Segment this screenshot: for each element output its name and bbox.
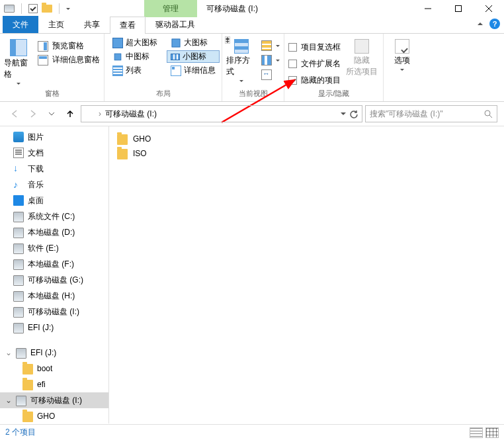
tree-gho[interactable]: GHO — [0, 408, 108, 423]
sort-by-label: 排序方式 — [226, 55, 256, 77]
tree-drive-i[interactable]: 可移动磁盘 (I:) — [0, 304, 108, 320]
columns-icon — [261, 55, 272, 66]
group-current-view-label: 当前视图 — [226, 89, 280, 100]
quick-access-toolbar — [4, 3, 70, 14]
tab-drive-tools[interactable]: 驱动器工具 — [146, 16, 205, 33]
checkbox-checked-icon — [288, 76, 297, 85]
desktop-icon — [13, 195, 24, 206]
layout-m-icons[interactable]: 中图标 — [108, 50, 161, 63]
item-count: 2 个项目 — [5, 427, 36, 438]
tree-removable-i-root[interactable]: ⌄可移动磁盘 (I:) — [0, 392, 108, 408]
view-details-button[interactable] — [470, 427, 483, 438]
layout-list[interactable]: 列表 — [108, 64, 161, 77]
group-show-hide-label: 显示/隐藏 — [288, 89, 379, 100]
drive-icon — [4, 5, 15, 13]
tree-downloads[interactable]: ↓下载 — [0, 161, 108, 177]
minimize-button[interactable] — [413, 0, 443, 17]
folder-icon — [117, 134, 128, 145]
file-iso[interactable]: ISO — [117, 146, 496, 161]
tree-efi-j-root[interactable]: ⌄EFI (J:) — [0, 345, 108, 361]
contextual-tab-manage[interactable]: 管理 — [144, 0, 197, 17]
tree-drive-c[interactable]: 系统文件 (C:) — [0, 208, 108, 224]
view-thumbnails-button[interactable] — [485, 427, 499, 438]
close-button[interactable] — [474, 0, 504, 17]
tree-desktop[interactable]: 桌面 — [0, 193, 108, 208]
drive-icon — [13, 307, 24, 318]
drive-icon — [13, 212, 24, 222]
folder-icon — [117, 149, 128, 159]
search-icon — [483, 109, 493, 120]
tree-drive-d[interactable]: 本地磁盘 (D:) — [0, 224, 108, 240]
svg-rect-1 — [456, 6, 462, 12]
tree-boot[interactable]: boot — [0, 361, 108, 376]
qat-customize-dropdown[interactable] — [66, 8, 70, 10]
tree-drive-f[interactable]: 本地磁盘 (F:) — [0, 256, 108, 272]
tab-share[interactable]: 共享 — [74, 16, 110, 33]
layout-xl-icons[interactable]: 超大图标 — [108, 36, 161, 49]
details-icon — [171, 66, 181, 76]
options-button[interactable]: 选项 — [388, 36, 417, 91]
address-bar[interactable]: › 可移动磁盘 (I:) — [81, 105, 362, 122]
hidden-items-toggle[interactable]: 隐藏的项目 — [288, 75, 341, 86]
tree-music[interactable]: ♪音乐 — [0, 177, 108, 193]
l-icon — [172, 38, 181, 47]
drive-icon — [13, 323, 24, 333]
drive-icon — [13, 275, 24, 286]
tab-home[interactable]: 主页 — [38, 16, 74, 33]
qat-properties-icon[interactable] — [28, 4, 38, 13]
tab-file[interactable]: 文件 — [3, 16, 38, 33]
refresh-button[interactable] — [349, 109, 359, 119]
drive-icon — [16, 348, 26, 359]
group-by-icon — [261, 40, 272, 51]
file-extensions-toggle[interactable]: 文件扩展名 — [288, 58, 341, 69]
forward-button[interactable] — [25, 106, 41, 122]
tree-drive-e[interactable]: 软件 (E:) — [0, 240, 108, 256]
tree-pictures[interactable]: 图片 — [0, 129, 108, 145]
hide-selected-button[interactable]: 隐藏 所选项目 — [346, 36, 378, 89]
qat-new-folder-icon[interactable] — [42, 5, 52, 13]
hide-icon — [355, 39, 369, 54]
svg-line-6 — [489, 115, 492, 118]
tree-documents[interactable]: 文档 — [0, 145, 108, 161]
navigation-tree[interactable]: 图片 文档 ↓下载 ♪音乐 桌面 系统文件 (C:) 本地磁盘 (D:) 软件 … — [0, 126, 109, 423]
recent-locations-button[interactable] — [44, 106, 60, 122]
preview-pane-button[interactable]: 预览窗格 — [38, 40, 100, 52]
tree-efi[interactable]: efi — [0, 376, 108, 392]
tab-view[interactable]: 查看 — [110, 17, 146, 34]
navigation-pane-button[interactable]: 导航窗格 — [4, 36, 32, 89]
search-placeholder: 搜索"可移动磁盘 (I:)" — [370, 109, 443, 120]
tree-drive-h[interactable]: 本地磁盘 (H:) — [0, 288, 108, 304]
tree-drive-j[interactable]: EFI (J:) — [0, 320, 108, 335]
file-list[interactable]: GHO ISO — [109, 126, 504, 423]
up-button[interactable] — [62, 106, 78, 122]
layout-details[interactable]: 详细信息 — [167, 64, 220, 77]
folder-icon — [22, 412, 33, 422]
address-path: 可移动磁盘 (I:) — [105, 109, 157, 120]
pictures-icon — [13, 132, 24, 142]
sort-icon — [234, 39, 249, 54]
svg-point-5 — [485, 110, 490, 116]
maximize-button[interactable] — [443, 0, 474, 17]
group-by-button[interactable] — [261, 40, 280, 51]
address-dropdown-icon[interactable] — [341, 112, 346, 115]
layout-s-icons[interactable]: 小图标 — [167, 50, 220, 63]
size-columns-button[interactable] — [261, 69, 280, 80]
drive-icon — [16, 396, 26, 406]
collapse-ribbon-icon[interactable] — [478, 22, 483, 25]
search-box[interactable]: 搜索"可移动磁盘 (I:)" — [365, 105, 497, 122]
file-gho[interactable]: GHO — [117, 132, 496, 146]
tree-drive-g[interactable]: 可移动磁盘 (G:) — [0, 272, 108, 288]
sort-by-button[interactable]: 排序方式 — [226, 36, 256, 89]
layout-l-icons[interactable]: 大图标 — [167, 36, 220, 49]
list-icon — [112, 66, 123, 76]
item-checkboxes-toggle[interactable]: 项目复选框 — [288, 42, 341, 53]
back-button[interactable] — [7, 106, 22, 122]
downloads-icon: ↓ — [13, 163, 24, 174]
drive-icon — [13, 259, 24, 270]
navigation-row: › 可移动磁盘 (I:) 搜索"可移动磁盘 (I:)" — [0, 102, 504, 126]
details-pane-button[interactable]: 详细信息窗格 — [38, 54, 100, 66]
fit-icon — [261, 69, 272, 80]
help-icon[interactable]: ? — [489, 19, 500, 29]
add-columns-button[interactable] — [261, 55, 280, 66]
chevron-down-icon — [400, 69, 404, 71]
